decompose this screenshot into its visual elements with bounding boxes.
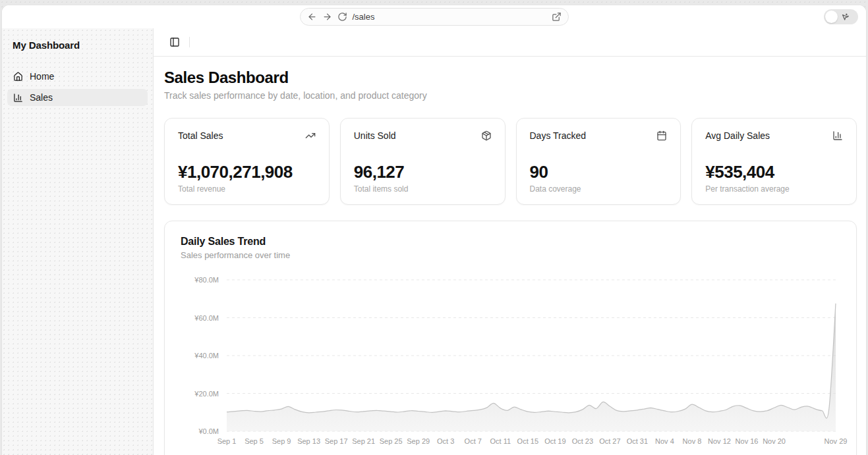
back-icon[interactable]	[307, 12, 317, 22]
url-text: /sales	[353, 12, 546, 22]
x-axis-tick: Sep 29	[407, 437, 430, 445]
x-axis-tick: Nov 8	[683, 437, 702, 445]
x-axis-tick: Nov 20	[763, 437, 786, 445]
ai-cursor-toggle[interactable]	[824, 9, 858, 24]
x-axis-tick: Sep 9	[272, 437, 291, 445]
main-area: Sales Dashboard Track sales performance …	[154, 28, 866, 455]
stat-card-label: Total Sales	[178, 130, 223, 141]
trending-up-icon	[305, 130, 316, 141]
home-icon	[13, 72, 23, 82]
app-body: My Dashboard Home Sales Sales Dashboard …	[2, 28, 866, 455]
x-axis-tick: Oct 27	[599, 437, 620, 445]
package-icon	[481, 130, 492, 141]
stat-card: Days Tracked 90 Data coverage	[516, 118, 681, 205]
toggle-knob	[825, 11, 838, 23]
page-content: Sales Dashboard Track sales performance …	[154, 57, 866, 455]
area-line	[227, 304, 836, 418]
page-subtitle: Track sales performance by date, locatio…	[164, 90, 857, 101]
stat-card: Total Sales ¥1,070,271,908 Total revenue	[164, 118, 330, 205]
y-axis-tick: ¥60.0M	[194, 314, 219, 322]
bar-chart-icon	[832, 130, 843, 141]
chart-title: Daily Sales Trend	[181, 236, 840, 248]
sidebar: My Dashboard Home Sales	[2, 28, 154, 455]
calendar-icon	[656, 130, 667, 141]
stat-card-caption: Total items sold	[354, 184, 492, 194]
toolbar-divider	[189, 37, 190, 47]
y-axis-tick: ¥0.0M	[198, 427, 219, 435]
stat-card: Units Sold 96,127 Total items sold	[340, 118, 506, 205]
x-axis-tick: Oct 23	[572, 437, 593, 445]
x-axis-tick: Oct 11	[490, 437, 511, 445]
sidebar-item-home[interactable]: Home	[7, 68, 148, 85]
ai-cursor-icon	[840, 13, 850, 22]
forward-icon[interactable]	[322, 12, 332, 22]
url-bar[interactable]: /sales	[300, 8, 569, 26]
chart-column-icon	[13, 93, 23, 103]
stat-card-caption: Total revenue	[178, 184, 316, 194]
sidebar-nav: Home Sales	[7, 68, 148, 106]
x-axis-tick: Oct 3	[437, 437, 454, 445]
daily-sales-trend-chart[interactable]: ¥0.0M¥20.0M¥40.0M¥60.0M¥80.0MSep 1Sep 5S…	[181, 273, 846, 446]
x-axis-tick: Sep 25	[380, 437, 403, 445]
stat-cards: Total Sales ¥1,070,271,908 Total revenue…	[164, 118, 857, 205]
y-axis-tick: ¥80.0M	[194, 276, 219, 284]
x-axis-tick: Sep 13	[297, 437, 320, 445]
page-title: Sales Dashboard	[164, 68, 857, 87]
page: { "browser": { "url": "/sales", "icons":…	[0, 0, 868, 455]
stat-card: Avg Daily Sales ¥535,404 Per transaction…	[691, 118, 857, 205]
stat-card-label: Avg Daily Sales	[705, 130, 770, 141]
chart-subtitle: Sales performance over time	[181, 250, 840, 260]
y-axis-tick: ¥40.0M	[194, 352, 219, 360]
sidebar-title: My Dashboard	[7, 40, 148, 51]
x-axis-tick: Oct 7	[465, 437, 482, 445]
x-axis-tick: Oct 15	[517, 437, 538, 445]
stat-card-caption: Per transaction average	[705, 184, 843, 194]
x-axis-tick: Nov 4	[655, 437, 674, 445]
x-axis-tick: Sep 17	[325, 437, 348, 445]
chart-card: Daily Sales Trend Sales performance over…	[164, 221, 857, 455]
stat-card-label: Days Tracked	[530, 130, 587, 141]
x-axis-tick: Sep 21	[352, 437, 375, 445]
external-link-icon[interactable]	[552, 12, 562, 22]
x-axis-tick: Oct 31	[627, 437, 648, 445]
reload-icon[interactable]	[337, 12, 347, 22]
stat-card-value: ¥1,070,271,908	[178, 162, 316, 182]
browser-topbar: /sales	[2, 5, 866, 28]
stat-card-caption: Data coverage	[530, 184, 668, 194]
panel-left-icon[interactable]	[169, 37, 180, 47]
stat-card-value: 90	[530, 162, 668, 182]
stat-card-label: Units Sold	[354, 130, 396, 141]
x-axis-tick: Sep 1	[217, 437, 237, 445]
sidebar-item-sales[interactable]: Sales	[7, 89, 148, 106]
stat-card-value: 96,127	[354, 162, 492, 182]
x-axis-tick: Oct 19	[544, 437, 565, 445]
x-axis-tick: Nov 16	[736, 437, 759, 445]
x-axis-tick: Sep 5	[245, 437, 264, 445]
main-toolbar	[154, 28, 866, 57]
x-axis-tick: Nov 12	[708, 437, 731, 445]
x-axis-tick: Nov 29	[825, 437, 848, 445]
y-axis-tick: ¥20.0M	[194, 390, 219, 398]
app-window: /sales My Dashboard Home Sales	[1, 5, 867, 455]
stat-card-value: ¥535,404	[705, 162, 843, 182]
